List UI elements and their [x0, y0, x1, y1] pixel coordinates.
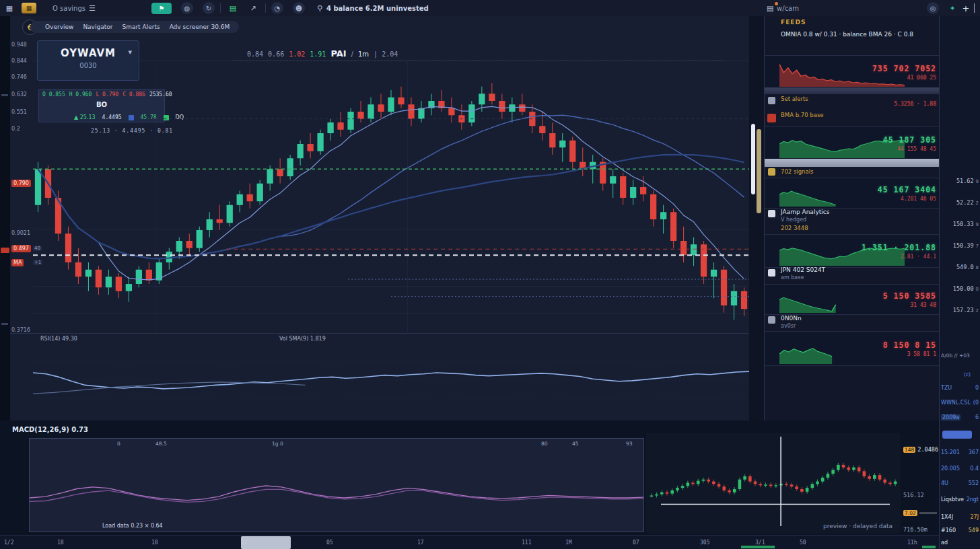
watchlist-row-gold[interactable]: 202 3448 — [765, 225, 956, 234]
quote-link-row[interactable]: Liqsbtve2ngt — [941, 497, 979, 503]
chart-scroll-strip — [749, 16, 764, 420]
quote-link-row[interactable]: 2009a6 — [941, 414, 979, 420]
tab-navigator[interactable]: Navigator — [83, 24, 112, 30]
watchlist-row-gold[interactable]: 702 signals — [765, 168, 956, 178]
watchlist-row[interactable]: 45 187 305 44 155 48 45 — [765, 126, 940, 160]
quote-link-row[interactable]: 20.0050.4 — [941, 466, 979, 472]
mini-chart-panel[interactable]: preview · delayed data — [646, 433, 901, 534]
row-subvalue: 44 155 48 45 — [883, 146, 936, 152]
ladder-row[interactable]: 150.397 — [940, 242, 979, 249]
copyright-link[interactable]: (c) — [964, 371, 971, 377]
watchlist-row[interactable]: JPN 402 S024T am base — [765, 266, 958, 283]
watchlist-row[interactable]: JAamp Analytics V hedged — [765, 209, 958, 225]
chevron-down-icon[interactable]: ▾ — [128, 48, 132, 57]
time-axis: 1/218181705171111M073053/15011h — [0, 535, 939, 549]
avatar-icon[interactable]: ☻ — [293, 2, 305, 14]
menu-label[interactable]: O savings — [53, 5, 85, 12]
scale-row: 716.50m — [903, 526, 928, 533]
axis-label: 0.9021 — [11, 230, 33, 236]
time-tick: 07 — [633, 540, 639, 546]
price-tag: 0.497 — [11, 245, 31, 252]
chart-icon[interactable]: ▤ — [226, 3, 240, 13]
share-icon[interactable]: ↗ — [246, 3, 260, 13]
quote-link-row[interactable]: 4U552 — [941, 480, 979, 486]
chart-title: 0.84 0.66 1.02 1.91 PAI / 1m | 2.04 — [247, 48, 398, 59]
ladder-row[interactable]: 150.000 — [940, 285, 979, 292]
add-button[interactable]: + — [959, 3, 973, 13]
load-label: Load data 0.23 × 0.64 — [102, 523, 163, 529]
watchlist-row[interactable]: 1.351 · 201.88 2.81 · 44.1 — [765, 234, 940, 268]
settings-icon[interactable]: ◎ — [927, 2, 939, 14]
time-tick: 18 — [151, 540, 158, 546]
scrollbar-thumb-2[interactable] — [757, 129, 761, 213]
ladder-row[interactable]: 150.339 — [940, 221, 979, 227]
bottom-area: MACD(12,26,9) 0.73 048.51g 0804593 Load … — [0, 420, 939, 535]
quote-link-row[interactable]: WWNL.CSL(0 — [941, 400, 979, 406]
last-price: | 2.04 — [374, 50, 398, 58]
axis-label: 0.746 — [11, 74, 33, 80]
timeframe-label[interactable]: 1m — [358, 50, 369, 58]
leaf-icon[interactable]: ✦ — [946, 3, 959, 13]
flag-button[interactable]: ⚑ — [151, 3, 172, 14]
row-label: 0N0Nn — [781, 315, 956, 323]
quote-link-row[interactable]: ad — [941, 540, 979, 546]
pair-sep: / — [351, 50, 353, 58]
ladder-row[interactable]: 52.222 — [940, 199, 979, 206]
bell-icon[interactable]: ◍ — [181, 2, 193, 14]
candlestick-chart[interactable] — [33, 63, 749, 332]
watchlist-row[interactable]: 8 150 8 15 3 58 81 1 — [765, 331, 940, 366]
quote-link-row[interactable]: #160549 — [941, 527, 979, 534]
green-marker — [741, 546, 775, 548]
macd-tick: 0 — [117, 441, 120, 447]
ladder-row[interactable]: 157.232 — [940, 307, 979, 314]
time-tick: 1M — [565, 540, 572, 546]
grid-icon[interactable]: ▦ — [3, 3, 16, 13]
row-value: 45 187 305 — [883, 135, 936, 145]
title-val: 1.91 — [310, 50, 326, 58]
globe-icon[interactable]: ◔ — [271, 2, 283, 14]
watchlist-row[interactable]: 0N0Nn av0sr — [765, 315, 958, 330]
green-marker — [922, 546, 936, 548]
hamburger-icon[interactable]: ☰ — [85, 3, 99, 13]
watchlist-row[interactable]: Set alerts 5.3256 · 1.88 — [765, 96, 940, 112]
stats-icon[interactable]: ▤ — [763, 3, 777, 13]
tab-screener[interactable]: Adv screener 30.6M — [170, 24, 230, 30]
quote-link-row[interactable]: 1X4J27J — [941, 514, 979, 520]
refresh-icon[interactable]: ↻ — [203, 2, 215, 14]
watchlist-row[interactable]: BMA b.70 base — [765, 112, 940, 126]
ladder-row[interactable]: 51.629 — [940, 178, 979, 184]
mini-candlestick-chart[interactable] — [649, 434, 898, 532]
time-tick: 111 — [522, 540, 531, 546]
divider — [265, 3, 266, 13]
scrollbar-thumb[interactable] — [751, 124, 755, 194]
ladder-row[interactable]: 549.08 — [940, 264, 979, 270]
watchlist-row[interactable]: 45 167 3404 4.201 46 05 — [765, 178, 940, 209]
timeline-scrollbar-thumb[interactable] — [241, 536, 291, 549]
time-tick: 05 — [326, 540, 333, 546]
vol-sma-label: Vol SMA(9) 1.819 — [279, 336, 326, 342]
macd-panel[interactable]: 048.51g 0804593 Load data 0.23 × 0.64 — [29, 438, 644, 532]
separator-bar-light — [765, 159, 940, 167]
time-tick: 1/2 — [4, 540, 13, 546]
quote-link-row[interactable]: TZU0 — [941, 385, 979, 391]
quote-link-row[interactable]: 15.201367 — [941, 449, 979, 455]
topbar: ▦ ▦ O savings ☰ ⚑ ◍ ↻ ▤ ↗ ◔ ☻ ⚲ 4 balanc… — [0, 0, 980, 17]
macd-title: MACD(12,26,9) 0.73 — [12, 426, 88, 433]
separator-bar — [765, 87, 940, 94]
chart-tabbar: Overview Navigator Smart Alerts Adv scre… — [30, 21, 239, 33]
row-label: Set alerts — [765, 96, 808, 102]
brand-logo-icon[interactable]: ▦ — [22, 3, 36, 13]
row-value: 5 150 3585 — [883, 291, 936, 301]
tab-overview[interactable]: Overview — [45, 24, 73, 30]
axis-label: 0.3716 — [11, 327, 33, 333]
watchlist-row[interactable]: 735 702 7052 41 060 25 — [765, 55, 940, 89]
blue-action-button[interactable] — [942, 431, 972, 439]
axis-label: 0.632 — [11, 92, 33, 98]
rsi-chart[interactable] — [33, 344, 749, 416]
tab-alerts[interactable]: Smart Alerts — [122, 24, 160, 30]
time-tick: 17 — [417, 540, 424, 546]
row-value: 5.3256 · 1.88 — [894, 101, 936, 107]
row-value: 8 150 8 15 — [883, 340, 936, 350]
title-val: 0.66 — [268, 50, 284, 58]
watchlist-row[interactable]: 5 150 3585 31 43 48 — [765, 284, 940, 315]
